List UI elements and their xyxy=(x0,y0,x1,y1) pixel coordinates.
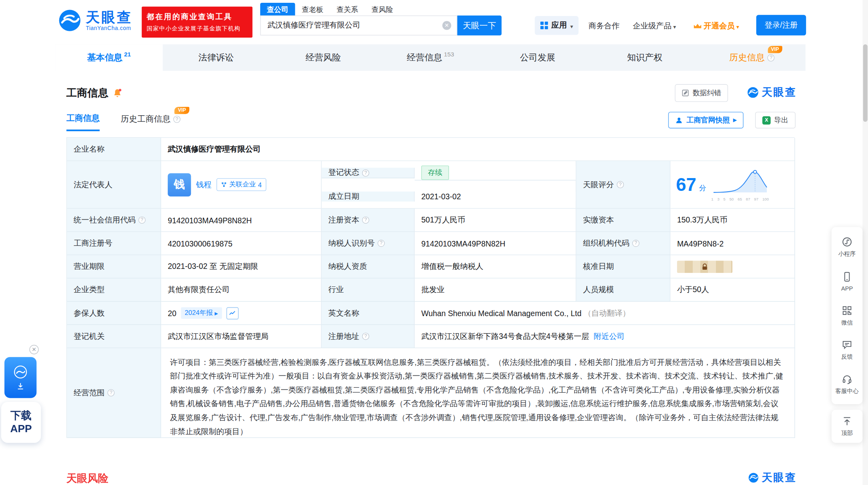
help-icon[interactable]: ? xyxy=(362,169,369,176)
chevron-down-icon: ▾ xyxy=(673,24,676,30)
toolbar-feedback[interactable]: 反馈 xyxy=(832,333,862,367)
field-label-credit-code: 统一社会信用代码? xyxy=(67,209,161,232)
legal-rep-link[interactable]: 钱程 xyxy=(196,180,212,190)
related-companies-badge[interactable]: 关联企业 4 xyxy=(216,178,266,191)
download-app-button[interactable]: 下载 APP xyxy=(1,402,41,443)
crown-icon xyxy=(693,23,702,30)
data-correction-button[interactable]: 数据纠错 xyxy=(675,84,728,102)
toolbar-customer-service[interactable]: 客服中心 xyxy=(832,367,862,401)
search-tab-boss[interactable]: 查老板 xyxy=(295,3,330,17)
scrollbar-thumb[interactable] xyxy=(863,44,868,122)
chevron-down-icon: ▾ xyxy=(570,23,573,29)
insured-trend-button[interactable] xyxy=(227,307,239,319)
field-value-industry: 批发业 xyxy=(415,279,576,302)
nearby-companies-link[interactable]: 附近公司 xyxy=(594,331,625,341)
help-icon[interactable]: ? xyxy=(377,240,385,247)
field-label-company-name: 企业名称 xyxy=(67,138,161,161)
toolbar-app[interactable]: APP xyxy=(832,264,862,299)
field-value-company-type: 其他有限责任公司 xyxy=(161,279,322,302)
risk-section-title: 天眼风险 xyxy=(66,471,108,485)
search-tab-company[interactable]: 查公司 xyxy=(260,3,295,17)
help-icon[interactable]: ? xyxy=(138,216,146,224)
clear-search-icon[interactable]: ✕ xyxy=(442,21,451,30)
tab-company-development[interactable]: 公司发展 xyxy=(484,44,591,71)
field-value-taxpayer-id: 91420103MA49P8N82H xyxy=(415,232,576,255)
slogan-line1: 都在用的商业查询工具 xyxy=(147,12,248,22)
play-icon: ▶ xyxy=(214,311,218,316)
subtab-history-info[interactable]: VIP 历史工商信息? xyxy=(121,113,180,131)
score-unit: 分 xyxy=(699,183,706,193)
field-label-english-name: 英文名称 xyxy=(322,302,415,325)
field-label-establish-date: 成立日期 xyxy=(322,192,415,202)
tab-basic-info[interactable]: 基本信息21 xyxy=(55,44,162,71)
tab-operation-risk[interactable]: 经营风险 xyxy=(270,44,377,71)
status-date-subtable: 登记状态? 存续 成立日期 2021-03-02 xyxy=(322,161,576,209)
toolbar-wechat[interactable]: 微信 xyxy=(832,299,862,333)
search-box: ✕ xyxy=(260,16,457,36)
help-icon[interactable]: ? xyxy=(617,181,624,188)
help-icon[interactable]: ? xyxy=(632,240,639,247)
app-download-tile[interactable] xyxy=(4,357,36,398)
headset-icon xyxy=(842,373,853,385)
field-value-reg-status: 存续 xyxy=(415,166,576,180)
field-label-staff-size: 人员规模 xyxy=(576,279,670,302)
field-label-approve-date: 核准日期 xyxy=(576,255,670,279)
annual-report-badge[interactable]: 2024年报 ▶ xyxy=(181,307,222,319)
site-logo[interactable]: 天眼查 TianYanCha.com xyxy=(58,8,132,33)
trend-line-icon xyxy=(229,309,236,317)
field-value-legal-rep: 钱 钱程 关联企业 4 xyxy=(161,161,322,209)
field-value-address: 武汉市江汉区新华下路34号食品大院4号楼第一层 附近公司 xyxy=(415,325,795,348)
score-axis-labels: 13 550 6587 97100 xyxy=(711,197,769,201)
help-icon[interactable]: ? xyxy=(173,115,180,122)
official-snapshot-button[interactable]: 工商官网快照▶ xyxy=(668,112,744,128)
search-button[interactable]: 天眼一下 xyxy=(457,16,502,36)
tab-history-info[interactable]: VIP 历史信息? xyxy=(698,44,806,71)
field-label-legal-rep: 法定代表人 xyxy=(67,161,161,209)
search-tab-relation[interactable]: 查关系 xyxy=(330,3,365,17)
nav-business-cooperation[interactable]: 商务合作 xyxy=(589,21,619,31)
search-tab-risk[interactable]: 查风险 xyxy=(365,3,400,17)
tianyancha-watermark[interactable]: 天眼查 xyxy=(748,471,797,485)
help-icon[interactable]: ? xyxy=(768,54,775,61)
nav-vip-upgrade[interactable]: 开通会员▾ xyxy=(693,21,739,31)
field-label-business-scope: 经营范围? xyxy=(67,348,161,438)
field-label-org-code: 组织机构代码? xyxy=(576,232,670,255)
back-to-top-button[interactable]: 顶部 xyxy=(832,410,862,443)
tab-operation-info[interactable]: 经营信息153 xyxy=(377,44,484,71)
apps-menu[interactable]: 应用 ▾ xyxy=(535,16,578,35)
help-icon[interactable]: ? xyxy=(107,389,114,397)
brand-domain: TianYanCha.com xyxy=(86,25,132,31)
tianyancha-logo-icon xyxy=(748,472,759,483)
field-value-org-code: MA49P8N8-2 xyxy=(670,232,795,255)
field-value-establish-date: 2021-03-02 xyxy=(415,192,576,201)
field-value-approve-date xyxy=(670,255,795,279)
field-value-business-scope: 许可项目：第三类医疗器械经营,检验检测服务,医疗器械互联网信息服务,第三类医疗器… xyxy=(161,348,795,438)
auto-translate-note: （自动翻译） xyxy=(583,308,630,318)
field-value-staff-size: 小于50人 xyxy=(670,279,795,302)
section-title: 工商信息 xyxy=(66,86,122,100)
nav-enterprise-products[interactable]: 企业级产品▾ xyxy=(633,21,676,31)
help-icon[interactable]: ? xyxy=(362,216,369,224)
locked-value[interactable] xyxy=(677,261,732,273)
score-curve-chart: 13 550 6587 97100 xyxy=(711,168,769,200)
help-icon[interactable]: ? xyxy=(362,333,369,340)
tianyancha-watermark[interactable]: 天眼查 xyxy=(747,85,797,100)
field-value-business-term: 2021-03-02 至 无固定期限 xyxy=(161,255,322,279)
tianyancha-logo-icon xyxy=(58,8,82,33)
legal-rep-avatar[interactable]: 钱 xyxy=(168,173,191,196)
field-label-company-type: 企业类型 xyxy=(67,279,161,302)
apps-label: 应用 xyxy=(551,20,567,30)
tab-legal-proceedings[interactable]: 法律诉讼 xyxy=(162,44,270,71)
subtab-current-info[interactable]: 工商信息 xyxy=(66,113,100,131)
close-icon[interactable]: ✕ xyxy=(29,345,39,355)
field-value-paid-capital: 150.3万人民币 xyxy=(670,209,795,232)
business-info-subtabs: 工商信息 VIP 历史工商信息? xyxy=(66,113,180,131)
search-input[interactable] xyxy=(261,21,443,30)
export-button[interactable]: X 导出 xyxy=(755,112,796,128)
toolbar-mini-program[interactable]: 小程序 xyxy=(832,230,862,264)
field-label-reg-status: 登记状态? xyxy=(322,168,415,178)
field-label-address: 注册地址? xyxy=(322,325,415,348)
field-label-paid-capital: 实缴资本 xyxy=(576,209,670,232)
tab-intellectual-property[interactable]: 知识产权 xyxy=(591,44,698,71)
login-register-button[interactable]: 登录/注册 xyxy=(756,15,806,35)
